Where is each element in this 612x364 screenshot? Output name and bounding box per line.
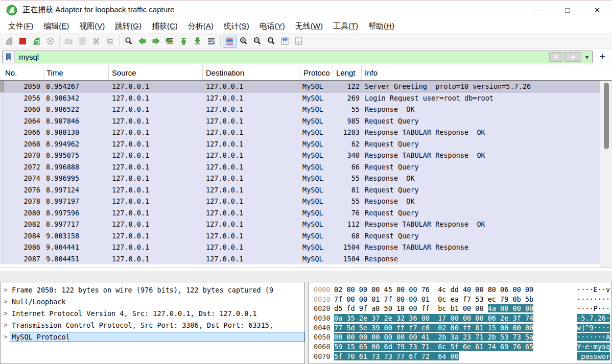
- hex-row[interactable]: 006059 15 65 00 6d 79 73 71 6c 5f 6e 61 …: [309, 343, 611, 352]
- packet-row[interactable]: 20568.986342127.0.0.1127.0.0.1MySQL269Lo…: [0, 92, 600, 104]
- detail-line[interactable]: >Null/Loopback: [1, 296, 304, 308]
- cell-no: 2070: [4, 151, 43, 159]
- zoom-reset-icon[interactable]: [264, 35, 278, 48]
- save-file-icon[interactable]: [76, 35, 89, 48]
- reload-file-icon[interactable]: [103, 35, 117, 48]
- colorize-icon[interactable]: [223, 35, 237, 48]
- cell-destination: 127.0.0.1: [203, 94, 300, 102]
- menu-item[interactable]: 统计(S): [219, 20, 254, 33]
- packet-row[interactable]: 20708.995075127.0.0.1127.0.0.1MySQL340Re…: [0, 150, 600, 161]
- next-packet-icon[interactable]: [149, 35, 163, 48]
- capture-options-icon[interactable]: [43, 35, 57, 48]
- cell-time: 8.994962: [43, 140, 109, 148]
- hex-row[interactable]: 00705f 70 61 73 73 77 6f 72 64 00_passwo…: [309, 352, 611, 362]
- maximize-button[interactable]: □: [553, 1, 582, 19]
- wireshark-icon: [6, 5, 17, 16]
- menu-item[interactable]: 捕获(C): [147, 20, 183, 33]
- column-header[interactable]: Destination: [203, 65, 300, 80]
- packet-row[interactable]: 20768.997124127.0.0.1127.0.0.1MySQL81Req…: [0, 184, 600, 196]
- last-packet-icon[interactable]: [191, 35, 204, 48]
- auto-scroll-icon[interactable]: [204, 35, 218, 48]
- hex-row[interactable]: 005000 00 00 00 00 00 00 41 2b 3a 23 71 …: [309, 333, 611, 343]
- apply-filter-button[interactable]: ➜: [564, 52, 581, 62]
- menu-item[interactable]: 无线(W): [290, 20, 328, 33]
- packet-row[interactable]: 20879.004451127.0.0.1127.0.0.1MySQL1504R…: [0, 253, 600, 265]
- cell-protocol: MySQL: [300, 243, 333, 251]
- layout-123-icon[interactable]: [292, 35, 305, 48]
- chevron-right-icon[interactable]: >: [2, 322, 10, 329]
- zoom-out-icon[interactable]: [250, 35, 264, 48]
- detail-line[interactable]: >MySQL Protocol: [1, 331, 304, 343]
- goto-packet-icon[interactable]: [163, 35, 177, 48]
- packet-row[interactable]: 20788.997197127.0.0.1127.0.0.1MySQL55Res…: [0, 196, 600, 207]
- restart-capture-icon[interactable]: [30, 35, 43, 48]
- menu-item[interactable]: 电话(Y): [254, 20, 290, 33]
- hex-ascii: ····E··v: [577, 285, 610, 294]
- filter-input[interactable]: mysql: [15, 53, 549, 61]
- cell-protocol: MySQL: [300, 163, 333, 171]
- close-file-icon[interactable]: [89, 35, 103, 48]
- hex-row[interactable]: 0020d5 fd 9f a8 50 18 00 ff bc b1 00 00 …: [309, 304, 611, 314]
- filter-dropdown-caret[interactable]: ▼: [583, 54, 591, 60]
- hex-offset: 0060: [309, 343, 334, 351]
- menu-item[interactable]: 跳转(G): [110, 20, 147, 33]
- packet-row[interactable]: 20748.996995127.0.0.1127.0.0.1MySQL55Res…: [0, 173, 600, 184]
- cell-length: 76: [333, 209, 362, 217]
- detail-line[interactable]: >Frame 2050: 122 bytes on wire (976 bits…: [1, 284, 304, 296]
- packet-row[interactable]: 20688.994962127.0.0.1127.0.0.1MySQL62Req…: [0, 138, 600, 150]
- column-header[interactable]: Source: [109, 65, 203, 80]
- packet-row[interactable]: 20648.987846127.0.0.1127.0.0.1MySQL985Re…: [0, 115, 600, 127]
- menu-item[interactable]: 文件(F): [3, 20, 38, 33]
- bookmark-icon[interactable]: [3, 51, 15, 63]
- start-capture-icon[interactable]: [2, 35, 16, 48]
- packet-row[interactable]: 20869.004441127.0.0.1127.0.0.1MySQL1504R…: [0, 241, 600, 253]
- row-marker-gutter: [0, 92, 4, 104]
- detail-line[interactable]: >Internet Protocol Version 4, Src: 127.0…: [1, 308, 304, 320]
- menu-item[interactable]: 视图(V): [74, 20, 110, 33]
- cell-info: Response OK: [362, 197, 600, 205]
- previous-packet-icon[interactable]: [135, 35, 149, 48]
- open-file-icon[interactable]: [62, 35, 76, 48]
- hex-ascii: ·······A: [577, 333, 610, 341]
- hex-row[interactable]: 00107f 00 00 01 7f 00 00 01 0c ea f7 53 …: [309, 295, 611, 305]
- column-header[interactable]: No.: [0, 65, 43, 80]
- detail-line[interactable]: >Transmission Control Protocol, Src Port…: [1, 319, 304, 331]
- menu-item[interactable]: 帮助(H): [363, 20, 399, 33]
- hex-row[interactable]: 000002 00 00 00 45 00 00 76 4c dd 40 00 …: [309, 285, 611, 295]
- column-header[interactable]: Time: [43, 65, 109, 80]
- hex-row[interactable]: 004077 5d 5e 39 00 ff f7 c0 02 00 ff 81 …: [309, 324, 611, 333]
- menu-item[interactable]: 工具(T): [328, 20, 363, 33]
- clear-filter-button[interactable]: ✕: [549, 52, 562, 62]
- chevron-right-icon[interactable]: >: [2, 310, 10, 317]
- hex-row[interactable]: 00300a 35 2e 37 2e 32 36 00 17 00 00 00 …: [309, 314, 611, 324]
- minimize-button[interactable]: —: [523, 1, 553, 19]
- pane-splitter[interactable]: [0, 271, 612, 282]
- resize-columns-icon[interactable]: [278, 35, 292, 48]
- chevron-right-icon[interactable]: >: [2, 286, 10, 294]
- chevron-right-icon[interactable]: >: [2, 298, 10, 305]
- packet-row[interactable]: 20849.003158127.0.0.1127.0.0.1MySQL68Req…: [0, 230, 600, 242]
- find-packet-icon[interactable]: [122, 35, 135, 48]
- packet-row[interactable]: 20808.997596127.0.0.1127.0.0.1MySQL76Req…: [0, 207, 600, 219]
- packet-row[interactable]: 20668.988130127.0.0.1127.0.0.1MySQL1203R…: [0, 127, 600, 138]
- packet-row[interactable]: 20728.996888127.0.0.1127.0.0.1MySQL66Req…: [0, 161, 600, 173]
- first-packet-icon[interactable]: [177, 35, 191, 48]
- stop-capture-icon[interactable]: [16, 35, 30, 48]
- packet-list-scrollbar[interactable]: [600, 81, 612, 268]
- zoom-in-icon[interactable]: [237, 35, 250, 48]
- close-button[interactable]: ✕: [582, 1, 612, 19]
- chevron-right-icon[interactable]: >: [2, 333, 10, 341]
- packet-row[interactable]: 20828.997717127.0.0.1127.0.0.1MySQL112Re…: [0, 219, 600, 230]
- column-header[interactable]: Info: [362, 65, 612, 80]
- column-header[interactable]: Lengt: [333, 65, 362, 80]
- packet-list-scrollbar-thumb[interactable]: [604, 83, 609, 149]
- packet-row[interactable]: 20608.986522127.0.0.1127.0.0.1MySQL55Res…: [0, 104, 600, 115]
- cell-length: 122: [333, 82, 362, 90]
- packet-row[interactable]: 20508.954267127.0.0.1127.0.0.1MySQL122Se…: [0, 81, 600, 92]
- add-filter-button[interactable]: +: [596, 51, 609, 63]
- packet-details-pane: >Frame 2050: 122 bytes on wire (976 bits…: [0, 282, 305, 364]
- menu-item[interactable]: 编辑(E): [38, 20, 74, 33]
- menu-item[interactable]: 分析(A): [183, 20, 219, 33]
- display-filter-field[interactable]: mysql ✕ ➜ ▼: [2, 51, 593, 63]
- column-header[interactable]: Protoco: [300, 65, 333, 80]
